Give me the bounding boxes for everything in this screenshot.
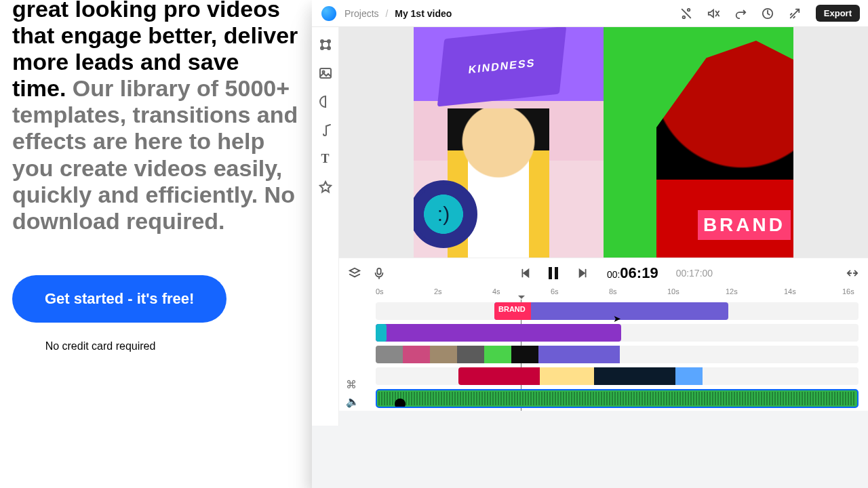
playbar: 00:06:19 00:17:00: [339, 258, 868, 287]
color-wheel-icon[interactable]: [319, 95, 332, 108]
waveform: [378, 392, 856, 405]
time-total: 00:17:00: [676, 268, 713, 279]
kindness-flag: KINDNESS: [437, 27, 567, 106]
clip-strip-a[interactable]: [376, 346, 700, 363]
brand-overlay: BRAND: [698, 210, 791, 240]
ruler-tick: 16s: [842, 287, 854, 296]
app-logo-icon[interactable]: [321, 6, 336, 21]
ruler-tick: 8s: [609, 287, 617, 296]
ruler-tick: 0s: [376, 287, 384, 296]
get-started-button[interactable]: Get started - it's free!: [12, 275, 226, 323]
track-overlay-1[interactable]: BRAND ➤: [376, 302, 859, 320]
cursor-icon: ➤: [613, 313, 621, 324]
svg-rect-5: [320, 68, 331, 78]
ruler-tick: 12s: [726, 287, 738, 296]
positive-vibes-badge: [414, 180, 477, 248]
next-icon[interactable]: [577, 267, 589, 279]
prev-icon[interactable]: [519, 267, 531, 279]
promo-headline: great looking pro videos that engage bet…: [12, 0, 298, 235]
svg-rect-7: [377, 268, 380, 274]
ruler-tick: 6s: [551, 287, 559, 296]
history-icon[interactable]: [762, 7, 774, 20]
track-video-a[interactable]: [376, 346, 859, 363]
music-icon[interactable]: [319, 123, 332, 137]
star-icon[interactable]: [319, 180, 332, 194]
track-utils: ⌘ 🔈: [346, 378, 359, 408]
ruler-tick: 14s: [784, 287, 796, 296]
time-current: 00:06:19: [607, 264, 658, 282]
clip-positive-overlay[interactable]: [376, 324, 621, 342]
layout-icon[interactable]: [319, 38, 332, 52]
promo-panel: great looking pro videos that engage bet…: [0, 0, 312, 488]
breadcrumb-root[interactable]: Projects: [344, 8, 379, 19]
unlock-icon[interactable]: ⌘: [346, 378, 359, 391]
time-ruler[interactable]: 0s 2s 4s 6s 8s 10s 12s 14s 16s: [339, 287, 868, 300]
track-video-b[interactable]: [376, 367, 859, 385]
timeline[interactable]: BRAND ➤ ⌘: [339, 300, 868, 411]
layers-icon[interactable]: [349, 267, 361, 279]
cut-icon[interactable]: [680, 7, 692, 20]
fade-handle[interactable]: [395, 399, 406, 408]
preview-canvas[interactable]: KINDNESS BRAND: [339, 27, 868, 258]
ruler-tick: 10s: [667, 287, 679, 296]
track-audio[interactable]: [376, 389, 859, 408]
topbar: Projects / My 1st video Export: [312, 0, 868, 27]
breadcrumb[interactable]: Projects / My 1st video: [344, 8, 452, 19]
mic-icon[interactable]: [373, 267, 385, 279]
mute-icon[interactable]: [707, 7, 719, 20]
breadcrumb-sep: /: [385, 8, 388, 19]
ruler-tick: 2s: [434, 287, 442, 296]
clip-strip-b[interactable]: [458, 367, 730, 385]
pause-button[interactable]: [549, 267, 559, 279]
breadcrumb-title[interactable]: My 1st video: [395, 8, 452, 19]
video-frame: KINDNESS BRAND: [414, 27, 793, 258]
image-icon[interactable]: [319, 66, 332, 80]
volume-icon[interactable]: 🔈: [346, 395, 359, 408]
track-overlay-2[interactable]: [376, 324, 859, 342]
fit-icon[interactable]: [846, 267, 859, 279]
editor-app: Projects / My 1st video Export T: [312, 0, 868, 488]
no-card-note: No credit card required: [12, 340, 189, 352]
magic-icon[interactable]: [789, 7, 801, 20]
ruler-tick: 4s: [492, 287, 500, 296]
text-tool-icon[interactable]: T: [319, 152, 332, 165]
topbar-tools: Export: [680, 5, 860, 22]
clip-brand-overlay[interactable]: BRAND: [494, 302, 728, 320]
tool-rail: T: [312, 27, 339, 426]
export-button[interactable]: Export: [816, 5, 860, 22]
clip-label: BRAND: [498, 305, 526, 313]
redo-icon[interactable]: [734, 7, 747, 20]
